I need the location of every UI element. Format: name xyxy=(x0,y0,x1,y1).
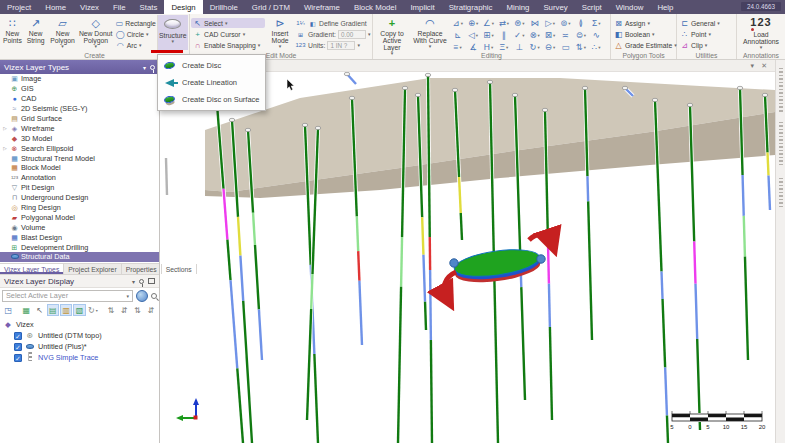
globe-button[interactable] xyxy=(136,290,148,302)
editing-tool-icon-2[interactable]: ⊕▾ xyxy=(465,17,480,29)
layer-type-development-drilling[interactable]: ⊞Development Drilling xyxy=(0,242,159,252)
chevron-down-icon[interactable]: ▾ xyxy=(132,278,135,285)
layer-type-gis[interactable]: ⊕GIS xyxy=(0,84,159,94)
offset-icon[interactable]: ⊞ xyxy=(295,31,306,38)
menu-item-design[interactable]: Design xyxy=(164,0,202,14)
new-string-button[interactable]: ↗ New String xyxy=(24,15,48,50)
rectangle-button[interactable]: ▭Rectangle▾ xyxy=(114,18,154,28)
disc-handle-left[interactable] xyxy=(450,259,458,267)
editing-tool-icon-18[interactable]: ≍ xyxy=(558,29,573,41)
enable-snapping-button[interactable]: ∩Enable Snapping▾ xyxy=(191,40,265,50)
active-layer-combo[interactable]: Select Active Layer ▾ xyxy=(2,290,133,302)
drillhole-trace-20[interactable] xyxy=(344,72,356,84)
grade-estimate-button[interactable]: △Grade Estimate▾ xyxy=(612,40,679,50)
structural-disc-widget[interactable] xyxy=(444,235,552,298)
editing-tool-icon-14[interactable]: ∥ xyxy=(496,29,511,41)
editing-tool-icon-12[interactable]: ◁▾ xyxy=(465,29,480,41)
display-toolbar-button-7[interactable]: ↻▾ xyxy=(87,304,99,316)
chevron-down-icon[interactable]: ▾ xyxy=(143,64,146,71)
menu-item-script[interactable]: Script xyxy=(575,0,609,14)
layer-row-nvg-simple-trace[interactable]: ✓NVG Simple Trace xyxy=(0,352,159,363)
menu-item-create-disc-on-surface[interactable]: Create Disc on Surface xyxy=(158,91,265,108)
layer-row-untitled-plus-[interactable]: ✓Untitled (Plus)* xyxy=(0,341,159,352)
new-polygon-button[interactable]: ▱ New Polygon ▾ xyxy=(47,15,77,50)
menu-item-drillhole[interactable]: Drillhole xyxy=(203,0,245,14)
menu-item-grid-dtm[interactable]: Grid / DTM xyxy=(245,0,297,14)
copy-to-active-layer-button[interactable]: + Copy to Active Layer ▾ xyxy=(374,15,410,50)
tree-root-vizex[interactable]: ◆Vizex xyxy=(0,319,159,330)
expander-icon[interactable]: ▷ xyxy=(2,146,8,151)
new-donut-polygon-button[interactable]: ◇ New Donut Polygon ▾ xyxy=(78,15,114,50)
editing-tool-icon-11[interactable]: ⊾ xyxy=(450,29,465,41)
layer-type-blast-design[interactable]: ▦Blast Design xyxy=(0,232,159,242)
tab-properties[interactable]: Properties xyxy=(122,264,162,274)
editing-tool-icon-8[interactable]: ⊚▾ xyxy=(558,17,573,29)
menu-item-survey[interactable]: Survey xyxy=(536,0,574,14)
rotate-arrow-left[interactable] xyxy=(444,272,456,298)
menu-item-file[interactable]: File xyxy=(106,0,133,14)
layer-type-grid-surface[interactable]: ▤Grid Surface xyxy=(0,114,159,124)
menu-item-implicit[interactable]: Implicit xyxy=(403,0,441,14)
disc-face[interactable] xyxy=(453,245,542,281)
menu-item-home[interactable]: Home xyxy=(38,0,73,14)
menu-item-help[interactable]: Help xyxy=(650,0,680,14)
tab-project-explorer[interactable]: Project Explorer xyxy=(64,264,121,274)
menu-item-vizex[interactable]: Vizex xyxy=(73,0,106,14)
layer-type-wireframe[interactable]: ▷◈Wireframe xyxy=(0,123,159,133)
layer-type-2d-seismic-seg-y-[interactable]: ≈2D Seismic (SEG-Y) xyxy=(0,104,159,114)
circle-button[interactable]: ◯Circle▾ xyxy=(114,29,154,39)
3d-viewport[interactable]: ▾ ✕ xyxy=(160,60,785,443)
menu-item-stratigraphic[interactable]: Stratigraphic xyxy=(442,0,500,14)
viewport-dropdown-icon[interactable]: ▾ xyxy=(751,62,755,70)
display-toolbar-button-1[interactable]: ◳ xyxy=(2,304,14,316)
menu-item-mining[interactable]: Mining xyxy=(499,0,536,14)
layer-type-3d-model[interactable]: ◆3D Model xyxy=(0,133,159,143)
menu-item-create-lineation[interactable]: Create Lineation xyxy=(158,74,265,91)
display-toolbar-button-9[interactable]: ⇵ xyxy=(118,304,130,316)
define-gradient-button[interactable]: Define Gradient xyxy=(319,20,367,27)
structure-button[interactable]: Structure ▾ xyxy=(157,15,188,50)
menu-item-wireframe[interactable]: Wireframe xyxy=(297,0,347,14)
scale-ratio-icon[interactable]: 1¼ xyxy=(295,20,306,26)
editing-tool-icon-9[interactable]: ≬ xyxy=(573,17,588,29)
display-toolbar-button-6[interactable]: ▧ xyxy=(73,304,85,316)
assign-button[interactable]: ⊠Assign▾ xyxy=(612,18,679,28)
layer-type-cad[interactable]: ●CAD xyxy=(0,94,159,104)
layer-type-annotation[interactable]: 123Annotation xyxy=(0,173,159,183)
display-toolbar-button-11[interactable]: ⇵ xyxy=(145,304,157,316)
display-toolbar-button-8[interactable]: ⇅ xyxy=(105,304,117,316)
editing-tool-icon-1[interactable]: ⊿▾ xyxy=(450,17,465,29)
drillhole-trace-19[interactable] xyxy=(166,158,167,195)
gradient-input[interactable]: 0.00 xyxy=(338,30,366,39)
search-icon[interactable] xyxy=(151,293,157,299)
pin-icon[interactable] xyxy=(139,279,144,284)
general-button[interactable]: ⊏General▾ xyxy=(678,18,722,28)
load-annotations-button[interactable]: 123 Load Annotations ▾ xyxy=(738,15,784,50)
layer-visibility-checkbox[interactable]: ✓ xyxy=(14,343,22,351)
point-button[interactable]: ∴Point▾ xyxy=(678,29,722,39)
arc-button[interactable]: ◠Arc▾ xyxy=(114,40,154,50)
editing-tool-icon-19[interactable]: ⊜▾ xyxy=(573,29,588,41)
replace-with-curve-button[interactable]: ◠ Replace With Curve ▾ xyxy=(410,15,450,50)
editing-tool-icon-4[interactable]: ⇄▾ xyxy=(496,17,511,29)
boolean-button[interactable]: ◧Boolean▾ xyxy=(612,29,679,39)
tab-sections[interactable]: Sections xyxy=(162,264,197,274)
select-button[interactable]: ↖Select▾ xyxy=(191,18,265,28)
editing-tool-icon-10[interactable]: Σ▾ xyxy=(589,17,604,29)
disc-handle-right[interactable] xyxy=(537,255,545,263)
tab-vizex-layer-types[interactable]: Vizex Layer Types xyxy=(0,264,64,274)
layer-row-untitled-dtm-topo-[interactable]: ✓⊛Untitled (DTM topo) xyxy=(0,330,159,341)
editing-tool-icon-15[interactable]: ✓▾ xyxy=(512,29,527,41)
editing-tool-icon-5[interactable]: ⊛▾ xyxy=(512,17,527,29)
editing-tool-icon-6[interactable]: ⋈ xyxy=(527,17,542,29)
layer-type-structural-data[interactable]: Structural Data xyxy=(0,252,159,262)
clip-button[interactable]: ⊿Clip▾ xyxy=(678,40,722,50)
collapsed-side-panel[interactable] xyxy=(775,60,785,443)
editing-tool-icon-7[interactable]: ▷▾ xyxy=(542,17,557,29)
display-toolbar-button-10[interactable]: ⇅ xyxy=(131,304,143,316)
display-toolbar-button-2[interactable]: ▦ xyxy=(20,304,32,316)
annotate-numbers-icon[interactable]: 123 xyxy=(295,42,306,48)
editing-tool-icon-20[interactable]: ∿ xyxy=(589,29,604,41)
layer-visibility-checkbox[interactable]: ✓ xyxy=(14,332,22,340)
expander-icon[interactable]: ▷ xyxy=(2,126,8,131)
